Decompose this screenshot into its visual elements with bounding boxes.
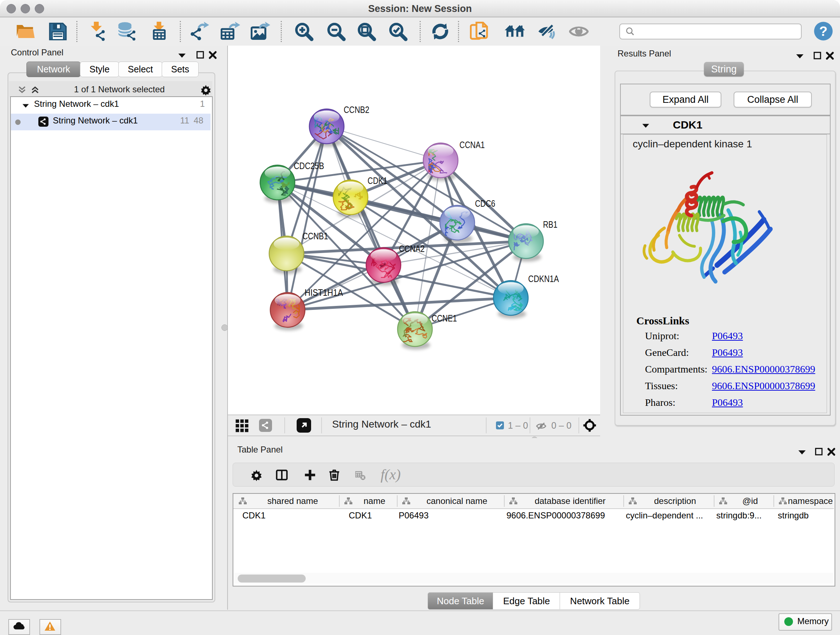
svg-text:CDC25B: CDC25B <box>294 160 324 171</box>
svg-text:CDKN1A: CDKN1A <box>528 273 559 284</box>
svg-text:CCNA2: CCNA2 <box>399 243 425 254</box>
svg-text:RB1: RB1 <box>543 219 557 230</box>
svg-text:CDC6: CDC6 <box>475 198 495 209</box>
svg-text:CCNA1: CCNA1 <box>459 139 485 150</box>
svg-text:HIST1H1A: HIST1H1A <box>305 287 343 298</box>
svg-text:?: ? <box>819 24 828 39</box>
svg-text:CCNB2: CCNB2 <box>344 104 369 115</box>
svg-text:CDK1: CDK1 <box>368 175 387 186</box>
svg-text:CCNB1: CCNB1 <box>302 231 328 241</box>
svg-text:CCNE1: CCNE1 <box>431 313 457 324</box>
